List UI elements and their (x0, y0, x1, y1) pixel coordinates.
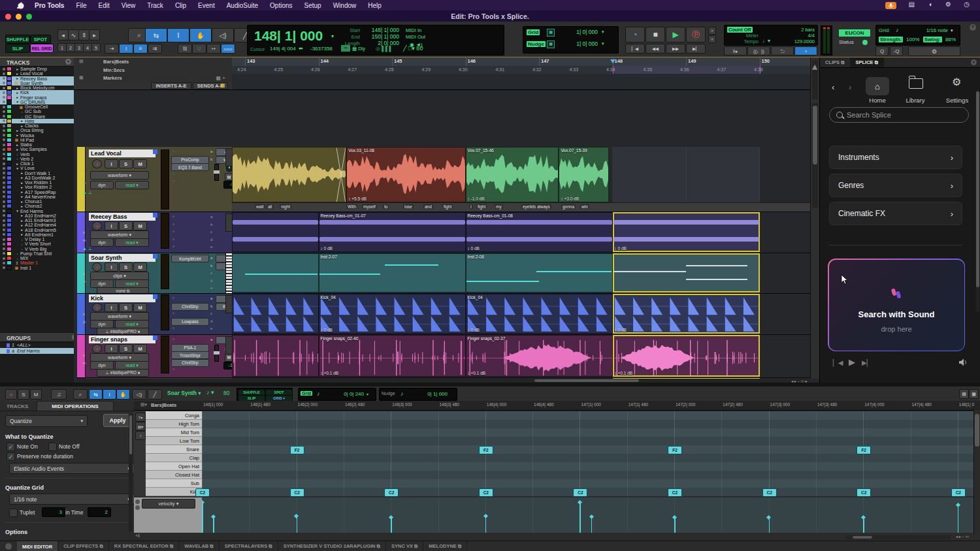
record-button[interactable]: Ⓟ (686, 27, 706, 42)
solo-button[interactable]: S (119, 303, 133, 312)
track-color-chip[interactable] (7, 161, 12, 166)
sidebar-track-vox-riddim-2[interactable]: ▸Vox Riddim 2 (0, 185, 74, 189)
clip[interactable] (232, 253, 319, 292)
patch-selector[interactable]: none ⧉ (97, 287, 149, 294)
tempo-note-icon[interactable]: ♩▾ (762, 38, 770, 44)
lane-name-sub[interactable]: Sub (146, 479, 202, 488)
midi-scrubber-tool[interactable]: ◁) (132, 389, 146, 400)
track-color-chip[interactable] (7, 213, 12, 218)
selection-length-value[interactable]: 2| 0| 000 (363, 40, 399, 46)
lane-row-conga[interactable] (202, 411, 973, 420)
track-visibility-dot[interactable] (3, 191, 5, 193)
insert-slot-empty[interactable] (172, 223, 174, 225)
track-visibility-dot[interactable] (3, 87, 5, 89)
track-color-chip[interactable] (7, 180, 12, 185)
zoom-preset-2[interactable]: 2 (66, 43, 75, 52)
input-monitor-button[interactable]: I (105, 221, 118, 230)
insert-slot-empty[interactable] (172, 173, 174, 175)
category-card-genres[interactable]: Genres› (829, 174, 962, 197)
quantize-target-selector[interactable]: Elastic Audio Events▾ (9, 463, 135, 474)
edit-mode-shuffle[interactable]: SHUFFLE (5, 35, 30, 44)
record-arm-button[interactable]: ● (92, 344, 102, 353)
solo-button[interactable]: S (119, 159, 133, 168)
elastique-pro-selector[interactable]: ⊥ elastiquePRO ● (97, 369, 149, 377)
clock-menu-icon[interactable]: ◷ (964, 1, 970, 8)
track-color-chip[interactable] (7, 242, 12, 246)
header-side-buttons[interactable] (225, 336, 232, 354)
sidebar-track-kick[interactable]: ▸Kick (0, 90, 74, 95)
tuplet-value-a[interactable]: 3 (42, 507, 65, 517)
vertical-scrollbar[interactable] (812, 103, 818, 208)
track-view-selector[interactable]: waveform ▾ (90, 171, 149, 180)
insert-slot-lowpass[interactable]: Lowpass (171, 318, 209, 326)
clip[interactable] (232, 212, 319, 252)
tab-tracks[interactable]: TRACKS (7, 403, 28, 409)
send-fader-thumb[interactable] (214, 170, 220, 174)
midi-nudge-value[interactable]: 0| 1| 000 (411, 391, 448, 397)
sidebar-track-a10-endharm2[interactable]: ▸A10 EndHarm2 (0, 213, 74, 218)
midi-trim-tool[interactable]: ⇆ (89, 389, 103, 400)
midi-selector-tool[interactable]: I (103, 389, 116, 400)
tab-midi-operations[interactable]: MIDI OPERATIONS (37, 401, 114, 411)
midi-toolbar-opt2[interactable]: ▦ (969, 389, 979, 399)
track-visibility-dot[interactable] (3, 110, 5, 113)
menu-item-setup[interactable]: Setup (299, 2, 327, 9)
sidebar-track-v-verb-big[interactable]: ↓V Verb Big (0, 247, 74, 251)
sidebar-track-finger-snaps[interactable]: ▸Finger snaps (0, 95, 74, 100)
vertical-zoom-icon[interactable]: ⇕ (78, 29, 90, 40)
playhead-marker[interactable] (610, 59, 615, 63)
midi-pencil-tool[interactable]: ╱ (148, 389, 162, 400)
zoom-out-audio-icon[interactable]: ◂ (57, 29, 69, 40)
send-slot-empty-c[interactable]: c (210, 230, 212, 234)
midi-h-scrollbar[interactable] (846, 535, 951, 539)
tempo-value[interactable]: 129.0000 (782, 39, 815, 44)
link-track-selection-button[interactable]: ≡ (133, 44, 148, 54)
input-monitor-button[interactable]: I (105, 262, 118, 272)
track-color-chip[interactable] (7, 71, 12, 76)
bottom-tab-spectralayers[interactable]: SPECTRALAYERS ⧉ (220, 541, 278, 551)
splice-volume-icon[interactable] (958, 358, 969, 367)
automation-mode-selector[interactable]: read ▾ (115, 238, 149, 247)
view-filter-button[interactable]: ▤▾ (135, 422, 146, 431)
sidebar-track-v-verb-short[interactable]: ↓V Verb Short (0, 242, 74, 246)
menu-item-options[interactable]: Options (264, 2, 298, 9)
splice-next-button[interactable]: ▶▏ (862, 359, 872, 366)
group-item-end-harms[interactable]: aEnd Harms (0, 348, 74, 354)
dyn-selector[interactable]: dyn (90, 181, 114, 189)
send-gain-value[interactable]: -16.3 (223, 362, 232, 370)
bottom-tab-midi-editor[interactable]: MIDI EDITOR (17, 541, 58, 551)
send-slot-empty-a[interactable]: a (210, 215, 212, 219)
bottom-tab-wavelab[interactable]: WAVELAB ⧉ (179, 541, 219, 551)
default-velocity[interactable]: 80 (223, 390, 229, 396)
clip[interactable] (232, 147, 346, 202)
lane-name-mid-tom[interactable]: Mid Tom (146, 428, 202, 437)
sidebar-track-reecey-bass[interactable]: ▸Reecey Bass (0, 76, 74, 81)
send-fader-thumb[interactable] (214, 351, 220, 354)
insert-slot-empty[interactable] (172, 368, 174, 370)
midi-note-c2-kick[interactable]: C2 (479, 488, 493, 497)
track-visibility-dot[interactable] (3, 214, 5, 217)
track-visibility-dot[interactable] (3, 257, 5, 260)
midi-merge-button[interactable]: ((♩)) (747, 46, 770, 55)
velocity-handle[interactable] (389, 515, 393, 520)
clip[interactable]: ↕ 0 dB (613, 212, 760, 252)
play-button[interactable]: ▶ (666, 27, 685, 42)
insert-slot-empty[interactable] (172, 230, 174, 232)
velocity-handle[interactable] (861, 515, 866, 520)
lane-row-open-hat[interactable] (202, 462, 973, 471)
stop-button[interactable]: ■ (645, 27, 665, 42)
horizontal-scrollbar[interactable] (77, 379, 810, 383)
selection-end-value[interactable]: 150| 1| 000 (363, 33, 399, 40)
zoom-preset-4[interactable]: 4 (83, 43, 92, 52)
track-visibility-dot[interactable] (3, 243, 5, 245)
lane-name-snare[interactable]: Snare (146, 445, 202, 454)
mute-button[interactable]: M (133, 262, 147, 272)
tab-splice[interactable]: SPLICE ⧉ (851, 57, 885, 67)
solo-button[interactable]: S (119, 262, 133, 272)
track-visibility-dot[interactable] (3, 157, 5, 160)
track-color-chip[interactable] (7, 142, 12, 147)
sidebar-track-inst-1[interactable]: ▦Inst 1 (0, 266, 74, 270)
midi-note-c2-kick[interactable]: C2 (951, 488, 966, 497)
track-visibility-dot[interactable] (3, 148, 5, 151)
velocity-handle[interactable] (211, 514, 216, 519)
